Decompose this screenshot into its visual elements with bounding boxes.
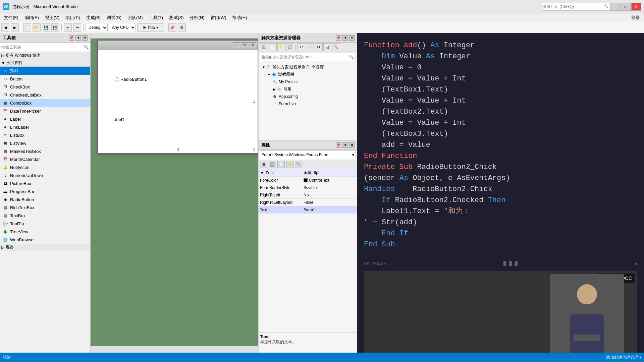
toolbox-item-checkedlistbox[interactable]: ☑ CheckedListBox (0, 91, 90, 99)
prop-row-text[interactable]: Text Form1 (259, 206, 357, 214)
sol-toolbar-btn2[interactable]: 📄 (269, 43, 277, 51)
tree-form1vb[interactable]: 📄 Form1.vb (259, 100, 357, 108)
sol-toolbar-btn5[interactable]: ↩ (297, 43, 305, 51)
quick-search-input[interactable] (542, 4, 604, 9)
solution-search-input[interactable] (262, 55, 349, 59)
toolbox-item-listbox[interactable]: ≡ ListBox (0, 131, 90, 139)
prop-value-text[interactable]: Form1 (302, 207, 357, 212)
tree-appconfig[interactable]: ⚙ App.config (259, 93, 357, 100)
sol-toolbar-btn3[interactable]: 📁 (277, 43, 285, 51)
toolbox-item-progressbar[interactable]: ▬ ProgressBar (0, 187, 90, 195)
toolbar-undo-btn[interactable]: ↩ (64, 23, 72, 32)
form-minimize-btn[interactable]: ─ (233, 42, 240, 48)
prop-row-font[interactable]: ▼ Font 宋体, 9pt (259, 169, 357, 177)
prop-row-righttoleft[interactable]: RightToLeft No (259, 191, 357, 199)
toolbox-item-picturebox[interactable]: 🖼 PictureBox (0, 179, 90, 187)
source-control-text[interactable]: ↑ 添加到源代码管理 ▾ (603, 355, 641, 360)
menu-edit[interactable]: 编辑(E) (22, 14, 42, 21)
solution-close-btn[interactable]: ✕ (349, 35, 355, 41)
toolbox-item-radiobutton[interactable]: ◉ RadioButton (0, 195, 90, 203)
toolbox-item-maskedtextbox[interactable]: ▤ MaskedTextBox (0, 147, 90, 155)
tree-project-node[interactable]: ▼ 🔷 过程示例 (259, 71, 357, 78)
toolbox-item-datetimepicker[interactable]: 📅 DateTimePicker (0, 107, 90, 115)
toolbar-save-all-btn[interactable]: 💾 (51, 23, 59, 32)
prop-row-borderstyle[interactable]: FormBorderStyle Sizable (259, 184, 357, 191)
toolbox-search-input[interactable] (1, 45, 84, 50)
toolbox-item-treeview[interactable]: 🌲 TreeView (0, 228, 90, 236)
toolbox-item-label[interactable]: A Label (0, 115, 90, 123)
label-control[interactable]: Label1 (111, 117, 124, 122)
tree-myproject[interactable]: 🔧 My Project (259, 78, 357, 85)
menu-project[interactable]: 项目(P) (63, 14, 83, 21)
maximize-button[interactable]: □ (621, 3, 631, 11)
radiobutton-control[interactable]: RadioButton1 (115, 77, 147, 82)
menu-analyze[interactable]: 分析(N) (187, 14, 207, 21)
menu-debug[interactable]: 调试(D) (104, 14, 124, 21)
menu-file[interactable]: 文件(F) (1, 14, 21, 21)
design-form-body[interactable]: RadioButton1 Label1 (98, 50, 258, 153)
menu-team[interactable]: 团队(M) (125, 14, 146, 21)
toolbox-item-linklabel[interactable]: A LinkLabel (0, 123, 90, 131)
toolbox-item-tooltip[interactable]: 💬 ToolTip (0, 220, 90, 228)
props-icon-sort[interactable]: 🔤 (269, 161, 276, 168)
toolbar-more-btn[interactable]: ⚙ (178, 23, 186, 32)
toolbar-back-btn[interactable]: ◀ (1, 23, 9, 32)
start-button[interactable]: ▶ 启动 ▾ (137, 23, 164, 32)
resize-handle-right[interactable] (253, 101, 255, 103)
props-icon-custom[interactable]: 🔧 (295, 161, 302, 168)
resize-handle-bottom[interactable] (177, 148, 179, 150)
solution-pin-btn[interactable]: 📌 (336, 35, 341, 41)
toolbar-new-btn[interactable]: 📄 (23, 23, 31, 32)
toolbox-section-common[interactable]: ▼ 公共控件 (0, 59, 90, 67)
sol-toolbar-btn8[interactable]: 📊 (323, 43, 331, 51)
props-icon-event[interactable]: ⚡ (286, 161, 293, 168)
toolbox-item-checkbox[interactable]: ☑ CheckBox (0, 83, 90, 91)
search-toolbar-btn[interactable]: 🔍 (542, 3, 609, 11)
expand-icon[interactable]: ◀ (635, 260, 637, 267)
toolbox-arrow-btn[interactable]: ▾ (75, 35, 81, 41)
toolbox-item-monthcalendar[interactable]: 📅 MonthCalendar (0, 155, 90, 163)
solution-arrow-btn[interactable]: ▾ (342, 35, 348, 41)
debug-config-select[interactable]: Debug (86, 24, 108, 31)
toolbox-item-listview[interactable]: ⊞ ListView (0, 139, 90, 147)
prop-row-righttoleftlayout[interactable]: RightToLeftLayout False (259, 199, 357, 206)
sol-toolbar-btn9[interactable]: 🔍 (332, 43, 340, 51)
menu-tools[interactable]: 工具(T) (146, 14, 166, 21)
props-close-btn[interactable]: ✕ (349, 142, 355, 148)
toolbox-section-all-windows[interactable]: ▷ 所有 Windows 窗体 (0, 52, 90, 59)
sol-toolbar-btn6[interactable]: ↪ (306, 43, 314, 51)
toolbox-section-container[interactable]: ▷ 容器 (0, 244, 90, 251)
menu-window[interactable]: 窗口(W) (208, 14, 229, 21)
properties-selector[interactable]: Form1 System.Windows.Forms.Form ▾ (260, 150, 356, 159)
form-maximize-btn[interactable]: □ (241, 42, 248, 48)
cpu-config-select[interactable]: Any CPU (109, 24, 136, 31)
menu-login[interactable]: 登录 (629, 14, 643, 21)
toolbox-item-webbrowser[interactable]: 🌐 WebBrowser (0, 236, 90, 244)
menu-build[interactable]: 生成(B) (84, 14, 103, 21)
toolbox-item-button[interactable]: □ Button (0, 75, 90, 83)
sol-toolbar-btn7[interactable]: ⚙ (315, 43, 323, 51)
resize-handle-br[interactable] (253, 148, 255, 150)
toolbar-pin-btn[interactable]: 📌 (168, 23, 176, 32)
toolbox-close-btn[interactable]: ✕ (82, 35, 88, 41)
menu-help[interactable]: 帮助(H) (229, 14, 250, 21)
props-arrow-btn[interactable]: ▾ (342, 142, 348, 148)
menu-test[interactable]: 测试(S) (166, 14, 186, 21)
toolbox-item-combobox[interactable]: ▦ ComboBox (0, 99, 90, 107)
prop-row-forecolor[interactable]: ForeColor ControlText (259, 177, 357, 184)
toolbox-item-richtextbox[interactable]: ▤ RichTextBox (0, 203, 90, 212)
toolbox-item-pointer[interactable]: ↖ 指针 (0, 67, 90, 75)
close-button[interactable]: ✕ (631, 3, 641, 11)
minimize-button[interactable]: ─ (610, 3, 620, 11)
toolbox-item-notifyicon[interactable]: 🔔 NotifyIcon (0, 163, 90, 171)
sol-toolbar-btn1[interactable]: 🏠 (260, 43, 268, 51)
toolbox-pin-btn[interactable]: 📌 (69, 35, 74, 41)
toolbar-redo-btn[interactable]: ↪ (73, 23, 81, 32)
props-icon-page[interactable]: 📄 (277, 161, 285, 168)
toolbox-item-textbox[interactable]: ▤ TextBox (0, 212, 90, 220)
toolbar-forward-btn[interactable]: ▶ (11, 23, 19, 32)
tree-references[interactable]: ▶ 📎 引用 (259, 85, 357, 93)
toolbox-item-numericupdown[interactable]: ↕ NumericUpDown (0, 171, 90, 179)
props-pin-btn[interactable]: 📌 (336, 142, 341, 148)
tree-solution-root[interactable]: ▼ 📋 解决方案'过程示例'(1 个项目) (259, 63, 357, 71)
